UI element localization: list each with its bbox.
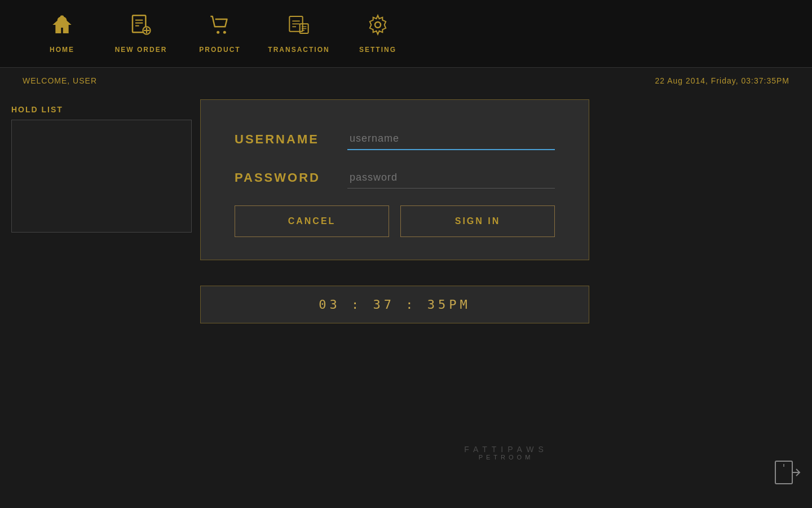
hold-list-box <box>11 120 192 233</box>
username-input[interactable] <box>347 128 555 150</box>
welcome-bar: WELCOME, USER 22 Aug 2014, Friday, 03:37… <box>0 68 812 94</box>
transaction-icon <box>288 14 310 41</box>
password-input[interactable] <box>347 167 555 189</box>
nav-item-product[interactable]: PRODUCT <box>180 8 259 59</box>
watermark: FATTIPAWS PETROOM <box>464 445 548 461</box>
cancel-button[interactable]: CANCEL <box>235 205 389 237</box>
exit-icon <box>773 458 801 487</box>
svg-point-7 <box>217 31 219 34</box>
nav-label-new-order: NEW ORDER <box>115 46 167 54</box>
watermark-line1: FATTIPAWS <box>464 445 548 454</box>
left-panel: HOLD LIST <box>0 94 203 506</box>
exit-button[interactable] <box>773 458 801 489</box>
svg-point-8 <box>223 31 226 34</box>
watermark-line2: PETROOM <box>464 454 548 461</box>
button-row: CANCEL SIGN IN <box>235 205 555 237</box>
nav-label-transaction: TRANSACTION <box>268 46 329 54</box>
nav-item-transaction[interactable]: TRANSACTION <box>259 8 338 59</box>
login-dialog: USERNAME PASSWORD CANCEL SIGN IN <box>200 99 589 260</box>
new-order-icon <box>130 14 152 41</box>
time-bar: 03 : 37 : 35PM <box>200 286 589 323</box>
svg-point-17 <box>375 22 381 28</box>
nav-item-new-order[interactable]: NEW ORDER <box>102 8 180 59</box>
password-label: PASSWORD <box>235 170 347 185</box>
nav-label-home: HOME <box>50 46 74 54</box>
nav-item-setting[interactable]: SETTING <box>338 8 417 59</box>
nav-label-product: PRODUCT <box>199 46 240 54</box>
main-content: HOLD LIST USERNAME PASSWORD CANCEL <box>0 94 812 506</box>
home-icon <box>51 14 73 41</box>
setting-icon <box>367 14 389 41</box>
dialog-inner: USERNAME PASSWORD CANCEL SIGN IN <box>201 100 589 260</box>
password-row: PASSWORD <box>235 167 555 189</box>
welcome-text: WELCOME, USER <box>23 76 97 85</box>
username-label: USERNAME <box>235 132 347 147</box>
nav-item-home[interactable]: HOME <box>23 8 102 59</box>
signin-button[interactable]: SIGN IN <box>400 205 555 237</box>
username-row: USERNAME <box>235 128 555 150</box>
datetime-text: 22 Aug 2014, Friday, 03:37:35PM <box>655 76 789 85</box>
dialog-overlay: USERNAME PASSWORD CANCEL SIGN IN 03 : 37… <box>200 94 812 506</box>
nav-label-setting: SETTING <box>359 46 396 54</box>
time-display: 03 : 37 : 35PM <box>319 297 470 312</box>
navbar: HOME NEW ORDER PRODUCT <box>0 0 812 68</box>
product-icon <box>209 14 231 41</box>
hold-list-title: HOLD LIST <box>11 105 192 114</box>
